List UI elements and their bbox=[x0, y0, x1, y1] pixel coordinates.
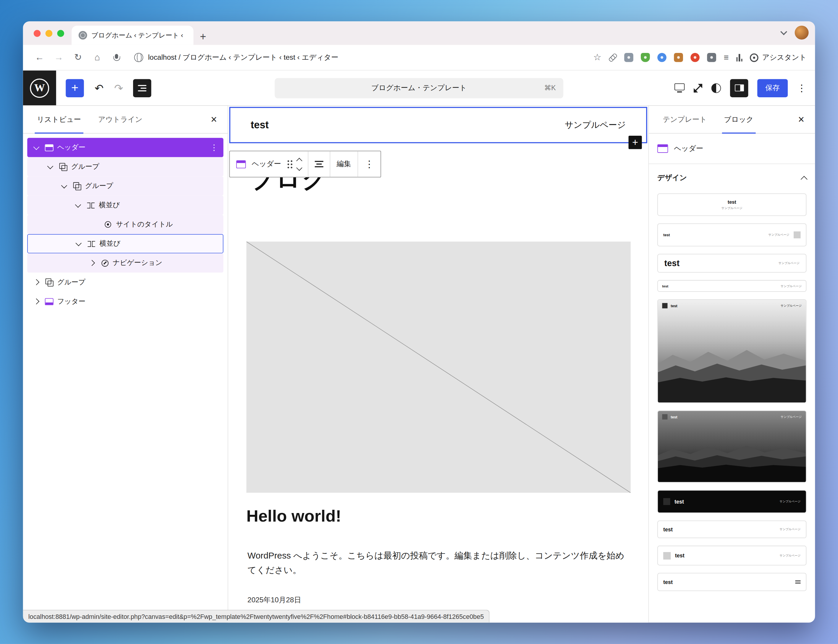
tree-row-header[interactable]: ヘッダー ⋮ bbox=[27, 138, 223, 157]
footer-block-icon bbox=[45, 298, 54, 305]
assistant-button[interactable]: アシスタント bbox=[750, 53, 806, 62]
post-excerpt[interactable]: WordPress へようこそ。こちらは最初の投稿です。編集または削除し、コンテ… bbox=[248, 548, 626, 577]
reload-button[interactable]: ↻ bbox=[70, 49, 86, 65]
back-button[interactable]: ← bbox=[32, 49, 48, 65]
pattern-nav: サンプルページ bbox=[780, 304, 802, 308]
pattern-plain[interactable]: test サンプルページ bbox=[657, 521, 806, 538]
command-shortcut: ⌘K bbox=[544, 84, 556, 92]
tree-row-group[interactable]: グループ bbox=[27, 157, 223, 176]
password-extension-icon[interactable] bbox=[624, 53, 633, 62]
tree-row-row-block-selected[interactable]: 横並び bbox=[27, 234, 223, 253]
forward-button[interactable]: → bbox=[51, 49, 67, 65]
tree-row-site-title[interactable]: サイトのタイトル bbox=[27, 215, 223, 234]
styles-contrast-icon[interactable] bbox=[711, 83, 721, 93]
group-block-icon bbox=[59, 163, 67, 171]
row-label: グループ bbox=[85, 181, 113, 191]
row-label: ナビゲーション bbox=[113, 258, 162, 268]
move-down-icon bbox=[296, 164, 302, 170]
pattern-subtitle: サンプルページ bbox=[721, 206, 743, 210]
tab-outline[interactable]: アウトライン bbox=[90, 106, 151, 133]
list-view-tabs: リストビュー アウトライン × bbox=[23, 106, 228, 134]
toolbar-block-label[interactable]: ヘッダー bbox=[251, 159, 281, 169]
block-options-kebab-icon[interactable]: ⋮ bbox=[365, 159, 375, 169]
menu-lines-icon[interactable]: ≡ bbox=[724, 53, 729, 62]
pattern-title: test bbox=[663, 526, 673, 532]
settings-tabs: テンプレート ブロック × bbox=[649, 106, 815, 134]
tab-block[interactable]: ブロック bbox=[715, 106, 762, 133]
settings-sidebar-toggle[interactable] bbox=[730, 79, 748, 97]
block-inserter-button[interactable]: + bbox=[66, 79, 84, 97]
new-tab-button[interactable]: + bbox=[200, 31, 206, 42]
post-date[interactable]: 2025年10月28日 bbox=[248, 595, 301, 605]
edit-button[interactable]: 編集 bbox=[337, 159, 351, 169]
tab-template[interactable]: テンプレート bbox=[654, 106, 715, 133]
drag-handle-icon[interactable] bbox=[288, 160, 289, 161]
preview-desktop-icon[interactable] bbox=[674, 84, 685, 92]
close-icon[interactable]: × bbox=[205, 113, 222, 126]
pattern-thumb-left[interactable]: test サンプルページ bbox=[657, 545, 806, 565]
tree-row-navigation[interactable]: ナビゲーション bbox=[27, 253, 223, 273]
chevron-up-icon bbox=[801, 176, 808, 182]
site-title-text[interactable]: test bbox=[251, 119, 269, 131]
tree-row-footer[interactable]: フッター bbox=[27, 292, 223, 311]
address-text[interactable]: localhost / ブログホーム ‹ テンプレート ‹ test ‹ エディ… bbox=[148, 53, 338, 62]
home-button[interactable]: ⌂ bbox=[89, 49, 105, 65]
tree-row-row-block[interactable]: 横並び bbox=[27, 196, 223, 215]
pattern-centered[interactable]: test サンプルページ bbox=[657, 193, 806, 216]
address-bar[interactable]: localhost / ブログホーム ‹ テンプレート ‹ test ‹ エディ… bbox=[134, 53, 338, 62]
close-icon[interactable]: × bbox=[793, 113, 810, 126]
equalizer-icon[interactable] bbox=[736, 54, 743, 61]
extensions-puzzle-icon[interactable] bbox=[707, 53, 716, 62]
design-section-label: デザイン bbox=[657, 173, 687, 183]
orange-extension-icon[interactable] bbox=[674, 53, 684, 62]
save-button[interactable]: 保存 bbox=[757, 79, 788, 97]
pattern-image-dark[interactable]: test サンプルページ bbox=[657, 411, 806, 483]
list-view-toggle-button[interactable] bbox=[133, 79, 151, 97]
pattern-image-light[interactable]: test サンプルページ bbox=[657, 299, 806, 403]
tab-list-chevron-icon[interactable] bbox=[780, 28, 787, 35]
browser-tab[interactable]: ブログホーム ‹ テンプレート ‹ bbox=[72, 26, 193, 45]
tab-list-view[interactable]: リストビュー bbox=[28, 106, 90, 133]
window-zoom-button[interactable] bbox=[57, 30, 64, 37]
pattern-split[interactable]: test サンプルページ bbox=[657, 223, 806, 246]
window-minimize-button[interactable] bbox=[46, 30, 53, 37]
add-block-button[interactable]: + bbox=[629, 136, 642, 149]
pinwheel-extension-icon[interactable] bbox=[691, 53, 700, 62]
featured-image-placeholder[interactable] bbox=[246, 242, 631, 493]
pattern-menu-icon[interactable]: test bbox=[657, 573, 806, 591]
bookmark-star-icon[interactable]: ☆ bbox=[593, 53, 601, 62]
profile-avatar[interactable] bbox=[795, 26, 809, 39]
tree-row-group[interactable]: グループ bbox=[27, 273, 223, 292]
window-controls bbox=[34, 30, 64, 37]
hamburger-menu-icon bbox=[795, 580, 800, 585]
document-title-button[interactable]: ブログホーム・テンプレート ⌘K bbox=[275, 78, 563, 98]
wordpress-logo[interactable]: W bbox=[23, 71, 56, 105]
mic-icon[interactable] bbox=[108, 49, 125, 65]
navigation-link[interactable]: サンプルページ bbox=[565, 120, 626, 131]
share-link-icon[interactable] bbox=[607, 52, 618, 63]
browser-toolbar: ← → ↻ ⌂ localhost / ブログホーム ‹ テンプレート ‹ te… bbox=[23, 45, 815, 71]
justify-icon[interactable] bbox=[315, 159, 323, 169]
block-mover[interactable] bbox=[297, 158, 301, 170]
pattern-large-title[interactable]: test サンプルページ bbox=[657, 254, 806, 273]
window-close-button[interactable] bbox=[34, 30, 41, 37]
row-options-kebab-icon[interactable]: ⋮ bbox=[210, 143, 218, 153]
post-title[interactable]: Hello world! bbox=[246, 506, 341, 526]
pattern-title: test bbox=[662, 284, 668, 288]
zoom-out-icon[interactable] bbox=[694, 84, 702, 92]
pattern-black-bar[interactable]: test サンプルページ bbox=[657, 490, 806, 513]
options-kebab-icon[interactable]: ⋮ bbox=[797, 83, 807, 93]
redo-button[interactable]: ↷ bbox=[114, 82, 123, 93]
undo-button[interactable]: ↶ bbox=[95, 82, 104, 93]
shield-extension-icon[interactable] bbox=[641, 53, 650, 62]
chevron-right-icon bbox=[33, 279, 39, 285]
selected-block-name: ヘッダー bbox=[674, 144, 703, 153]
header-block-icon[interactable] bbox=[236, 160, 246, 168]
blue-extension-icon[interactable] bbox=[657, 53, 667, 62]
pattern-slim[interactable]: test サンプルページ bbox=[657, 280, 806, 292]
chevron-down-icon bbox=[47, 163, 53, 169]
pattern-nav: サンプルページ bbox=[780, 415, 802, 419]
tree-row-group[interactable]: グループ bbox=[27, 176, 223, 196]
design-section-header[interactable]: デザイン bbox=[649, 164, 815, 189]
header-template-part-selected[interactable]: test サンプルページ + bbox=[229, 107, 647, 143]
